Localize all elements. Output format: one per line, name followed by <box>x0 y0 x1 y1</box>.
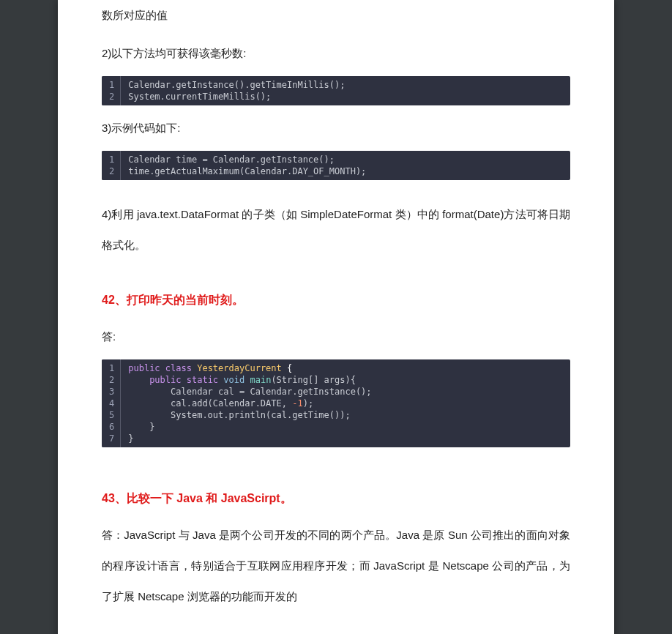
code-lines: Calendar.getInstance().getTimeInMillis()… <box>121 76 570 105</box>
code-line: Calendar.getInstance().getTimeInMillis()… <box>121 79 570 91</box>
line-numbers: 1 2 <box>102 151 121 180</box>
line-number: 2 <box>102 165 120 177</box>
heading-43: 43、比较一下 Java 和 JavaScirpt。 <box>102 491 570 507</box>
code-lines: public class YesterdayCurrent { public s… <box>121 359 570 447</box>
code-block-calendar: 1 2 Calendar time = Calendar.getInstance… <box>102 151 570 180</box>
class-name-token: YesterdayCurrent <box>197 363 282 373</box>
line-number: 1 <box>102 154 120 165</box>
code-line: cal.add(Calendar.DATE, -1); <box>121 398 570 409</box>
signature-token: (String[] args){ <box>271 375 356 385</box>
punct-token: { <box>282 363 292 373</box>
code-line: System.out.println(cal.getTime()); <box>121 409 570 421</box>
code-line: time.getActualMaximum(Calendar.DAY_OF_MO… <box>121 165 570 177</box>
line-numbers: 1 2 3 4 5 6 7 <box>102 359 121 447</box>
code-block-yesterday: 1 2 3 4 5 6 7 public class YesterdayCurr… <box>102 359 570 447</box>
code-line: Calendar cal = Calendar.getInstance(); <box>121 386 570 398</box>
code-lines: Calendar time = Calendar.getInstance(); … <box>121 151 570 180</box>
keyword-token: static <box>187 375 218 385</box>
type-token: void <box>223 375 244 385</box>
heading-42: 42、打印昨天的当前时刻。 <box>102 293 570 308</box>
number-token: -1 <box>292 398 302 409</box>
code-line: public class YesterdayCurrent { <box>121 362 570 374</box>
paragraph-section-2: 2)以下方法均可获得该毫秒数: <box>102 38 570 69</box>
answer-paragraph-43: 答：JavaScript 与 Java 是两个公司开发的不同的两个产品。Java… <box>102 520 570 612</box>
answer-label-42: 答: <box>102 321 570 352</box>
code-text-token: ); <box>303 398 313 409</box>
code-line: public static void main(String[] args){ <box>121 374 570 386</box>
line-number: 3 <box>102 386 120 398</box>
line-number: 4 <box>102 398 120 409</box>
line-number: 2 <box>102 91 120 102</box>
line-number: 1 <box>102 362 120 374</box>
code-line: Calendar time = Calendar.getInstance(); <box>121 154 570 165</box>
keyword-token: public <box>149 375 181 385</box>
code-block-millis: 1 2 Calendar.getInstance().getTimeInMill… <box>102 76 570 105</box>
code-line: } <box>121 433 570 444</box>
paragraph-section-4: 4)利用 java.text.DataFormat 的子类（如 SimpleDa… <box>102 199 570 261</box>
line-number: 5 <box>102 409 120 421</box>
keyword-token: class <box>165 363 192 373</box>
line-number: 7 <box>102 433 120 444</box>
code-text-token: cal.add(Calendar.DATE, <box>128 398 292 409</box>
line-number: 1 <box>102 79 120 91</box>
line-number: 2 <box>102 374 120 386</box>
keyword-token: public <box>128 363 160 373</box>
paragraph-partial-top: 数所对应的值 <box>102 0 570 31</box>
code-line: } <box>121 421 570 433</box>
line-numbers: 1 2 <box>102 76 121 105</box>
code-line: System.currentTimeMillis(); <box>121 91 570 102</box>
function-token: main <box>250 375 271 385</box>
line-number: 6 <box>102 421 120 433</box>
document-page: 数所对应的值 2)以下方法均可获得该毫秒数: 1 2 Calendar.getI… <box>58 0 614 634</box>
paragraph-section-3: 3)示例代码如下: <box>102 113 570 143</box>
